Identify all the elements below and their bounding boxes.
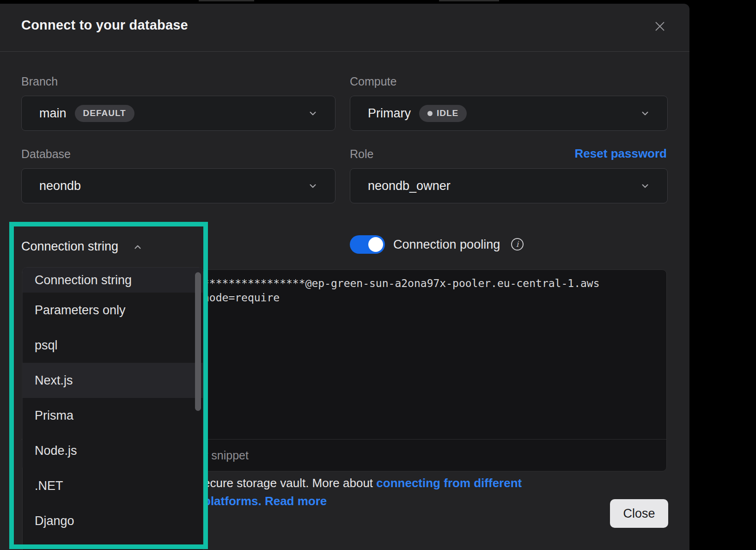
dropdown-option-node-js[interactable]: Node.js	[23, 433, 203, 468]
database-value: neondb	[39, 179, 81, 193]
dropdown-option-next-js[interactable]: Next.js	[23, 363, 203, 398]
background-page-remnant	[439, 0, 499, 1]
dropdown-option-connection-string[interactable]: Connection string	[23, 268, 203, 293]
dropdown-scrollbar-thumb[interactable]	[195, 272, 201, 411]
close-button[interactable]: Close	[610, 499, 668, 528]
role-value: neondb_owner	[368, 179, 451, 193]
background-page-remnant	[199, 0, 254, 1]
note-text: ecure storage vault. More about	[203, 476, 376, 490]
compute-label: Compute	[350, 75, 396, 88]
status-dot-icon	[427, 111, 433, 116]
compute-select[interactable]: Primary IDLE	[350, 96, 668, 131]
toggle-knob	[368, 237, 383, 252]
chevron-down-icon	[640, 180, 651, 191]
modal-title: Connect to your database	[21, 18, 188, 33]
connection-string-section-toggle[interactable]: Connection string	[21, 239, 143, 254]
role-select[interactable]: neondb_owner	[350, 168, 668, 203]
dropdown-option-net[interactable]: .NET	[23, 468, 203, 503]
chevron-down-icon	[307, 180, 318, 191]
branch-value: main	[39, 106, 67, 121]
read-more-link[interactable]: Read more	[265, 494, 327, 508]
compute-value: Primary	[368, 106, 411, 121]
compute-status-badge: IDLE	[419, 105, 467, 122]
branch-default-badge: DEFAULT	[75, 105, 134, 122]
database-label: Database	[21, 147, 71, 161]
connection-pooling-label: Connection pooling	[393, 238, 500, 252]
reset-password-link[interactable]: Reset password	[575, 147, 667, 161]
screen: Connect to your database Branch Compute …	[0, 0, 756, 550]
dropdown-option-parameters-only[interactable]: Parameters only	[23, 293, 203, 328]
connection-string-text: ****************@ep-green-sun-a2ona97x-p…	[203, 276, 600, 305]
dropdown-option-psql[interactable]: psql	[23, 328, 203, 363]
info-icon[interactable]: i	[511, 238, 524, 251]
dropdown-option-prisma[interactable]: Prisma	[23, 398, 203, 433]
chevron-up-icon	[132, 241, 143, 252]
connection-string-header: Connection string	[21, 239, 118, 254]
close-modal-button[interactable]	[650, 16, 670, 37]
chevron-down-icon	[640, 108, 651, 119]
branch-select[interactable]: main DEFAULT	[21, 96, 335, 131]
branch-label: Branch	[21, 75, 58, 88]
role-label: Role	[350, 147, 373, 161]
connection-pooling-toggle[interactable]	[350, 235, 385, 254]
close-icon	[652, 18, 668, 34]
chevron-down-icon	[307, 108, 318, 119]
password-storage-note: ecure storage vault. More about connecti…	[203, 474, 553, 510]
dropdown-options: Connection stringParameters onlypsqlNext…	[23, 268, 203, 538]
database-select[interactable]: neondb	[21, 168, 335, 203]
dropdown-option-django[interactable]: Django	[23, 503, 203, 538]
connection-string-dropdown: Connection stringParameters onlypsqlNext…	[22, 267, 203, 550]
